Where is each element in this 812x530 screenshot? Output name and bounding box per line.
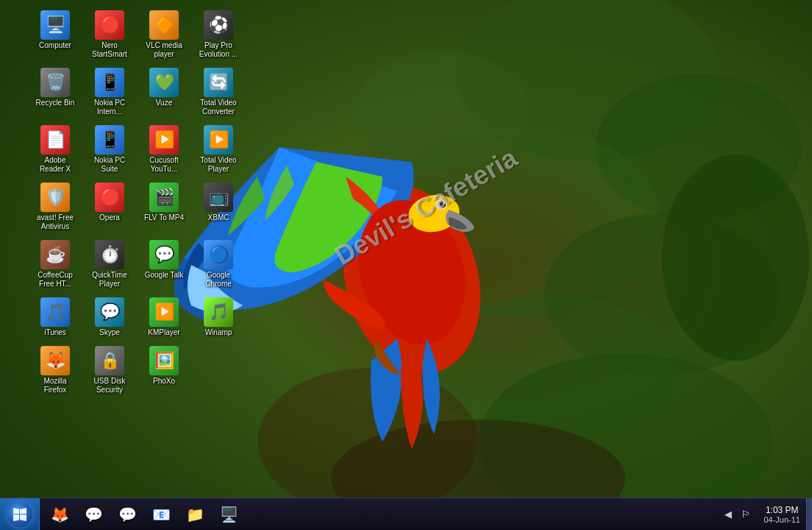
icon-avast[interactable]: 🛡️avast! Free Antivirus — [29, 180, 81, 234]
icon-label-opera: Opera — [99, 213, 120, 222]
taskbar-btn-gtalk-tb[interactable]: 💬 — [78, 501, 109, 528]
icon-xbmc[interactable]: 📺XBMC — [193, 180, 244, 234]
icon-img-cucusoft: ▶️ — [149, 125, 179, 155]
icon-usbdisk[interactable]: 🔒USB Disk Security — [84, 343, 135, 398]
taskbar-btn-display-tb[interactable]: 🖥️ — [213, 501, 244, 528]
icon-label-chrome: Google Chrome — [196, 271, 241, 289]
icon-img-flvmp4: 🎬 — [149, 183, 179, 212]
clock-date: 04-Jun-11 — [763, 515, 800, 524]
taskbar-btn-outlook-tb[interactable]: 📧 — [146, 501, 177, 528]
taskbar: 🦊💬💬📧📁🖥️ ◀ 🏳 1:03 PM 04-Jun-11 — [0, 498, 812, 530]
desktop: Devil's Cafeteria 🖥️Computer🔴Nero StartS… — [0, 0, 812, 530]
svg-point-5 — [353, 52, 530, 169]
icon-vlc[interactable]: 🔶VLC media player — [138, 7, 190, 62]
icon-label-coffeecup: CoffeeCup Free HT... — [32, 271, 78, 289]
icons-area: 🖥️Computer🔴Nero StartSmart🔶VLC media pla… — [29, 7, 250, 398]
icon-label-vuze: Vuze — [156, 99, 172, 107]
icon-img-totalvc: 🔄 — [204, 68, 233, 97]
icon-img-computer: 🖥️ — [40, 10, 70, 40]
clock-area[interactable]: 1:03 PM 04-Jun-11 — [758, 505, 806, 524]
icon-img-firefox: 🦊 — [40, 346, 70, 375]
icon-img-opera: 🔴 — [95, 183, 124, 212]
system-tray: ◀ 🏳 — [716, 498, 758, 530]
icon-img-quicktime: ⏱️ — [95, 240, 124, 269]
tray-flag[interactable]: 🏳 — [738, 507, 753, 522]
icon-img-adobe: 📄 — [40, 125, 70, 155]
icon-img-avast: 🛡️ — [40, 183, 70, 212]
icon-winamp[interactable]: 🎵Winamp — [193, 294, 244, 340]
icon-label-totalvp: Total Video Player — [196, 156, 241, 174]
icon-img-phoxo: 🖼️ — [149, 346, 179, 375]
icon-label-flvmp4: FLV To MP4 — [144, 213, 184, 222]
show-desktop-button[interactable] — [806, 498, 812, 531]
icon-label-usbdisk: USB Disk Security — [87, 377, 132, 395]
icon-adobe[interactable]: 📄Adobe Reader X — [29, 122, 81, 177]
icon-coffeecup[interactable]: ☕CoffeeCup Free HT... — [29, 237, 81, 292]
taskbar-btn-skype-tb[interactable]: 💬 — [112, 501, 143, 528]
taskbar-btn-file-tb[interactable]: 📁 — [179, 501, 210, 528]
icon-opera[interactable]: 🔴Opera — [84, 180, 135, 234]
icon-nero[interactable]: 🔴Nero StartSmart — [84, 7, 135, 62]
icon-playevo[interactable]: ⚽Play Pro Evolution ... — [193, 7, 244, 62]
icon-img-nero: 🔴 — [95, 10, 124, 40]
icon-quicktime[interactable]: ⏱️QuickTime Player — [84, 237, 135, 292]
taskbar-items: 🦊💬💬📧📁🖥️ — [40, 498, 716, 530]
icon-img-nokiapc1: 📱 — [95, 68, 124, 97]
icon-kmplayer[interactable]: ▶️KMPlayer — [138, 294, 190, 340]
icon-label-vlc: VLC media player — [141, 41, 187, 59]
icon-label-skype: Skype — [99, 328, 120, 337]
icon-img-itunes: 🎵 — [40, 297, 70, 327]
icon-cucusoft[interactable]: ▶️Cucusoft YouTu... — [138, 122, 190, 177]
icon-label-nokiapc2: Nokia PC Suite — [87, 156, 132, 174]
svg-point-6 — [662, 155, 809, 361]
icon-label-nokiapc1: Nokia PC Intern... — [87, 99, 132, 116]
start-button[interactable] — [0, 498, 40, 531]
icon-firefox[interactable]: 🦊Mozilla Firefox — [29, 343, 81, 398]
icon-img-winamp: 🎵 — [204, 297, 233, 327]
icon-totalvp[interactable]: ▶️Total Video Player — [193, 122, 244, 177]
icon-label-phoxo: PhoXo — [153, 377, 175, 386]
icon-label-quicktime: QuickTime Player — [87, 271, 132, 289]
icon-label-cucusoft: Cucusoft YouTu... — [141, 156, 187, 174]
icon-label-computer: Computer — [39, 41, 71, 50]
icon-label-totalvc: Total Video Converter — [196, 99, 241, 116]
icon-img-kmplayer: ▶️ — [149, 297, 179, 327]
icon-label-avast: avast! Free Antivirus — [32, 213, 78, 231]
icon-vuze[interactable]: 💚Vuze — [138, 65, 190, 119]
icon-label-kmplayer: KMPlayer — [148, 328, 179, 337]
icon-chrome[interactable]: 🔵Google Chrome — [193, 237, 244, 292]
icon-totalvc[interactable]: 🔄Total Video Converter — [193, 65, 244, 119]
icon-flvmp4[interactable]: 🎬FLV To MP4 — [138, 180, 190, 234]
icon-label-firefox: Mozilla Firefox — [32, 377, 78, 395]
icon-nokiapc1[interactable]: 📱Nokia PC Intern... — [84, 65, 135, 119]
icon-label-nero: Nero StartSmart — [87, 41, 132, 59]
clock-time: 1:03 PM — [766, 505, 799, 515]
svg-point-16 — [444, 202, 446, 205]
icon-img-vlc: 🔶 — [149, 10, 179, 40]
icon-phoxo[interactable]: 🖼️PhoXo — [138, 343, 190, 398]
icon-label-winamp: Winamp — [205, 328, 232, 337]
icon-img-skype: 💬 — [95, 297, 124, 327]
icon-itunes[interactable]: 🎵iTunes — [29, 294, 81, 340]
icon-img-xbmc: 📺 — [204, 183, 233, 212]
icon-img-chrome: 🔵 — [204, 240, 233, 269]
icon-label-itunes: iTunes — [44, 328, 66, 337]
icon-recycle[interactable]: 🗑️Recycle Bin — [29, 65, 81, 119]
icon-computer[interactable]: 🖥️Computer — [29, 7, 81, 62]
taskbar-btn-firefox-tb[interactable]: 🦊 — [44, 501, 75, 528]
icon-googletalk[interactable]: 💬Google Talk — [138, 237, 190, 292]
icon-label-googletalk: Google Talk — [145, 271, 184, 280]
icon-label-xbmc: XBMC — [208, 213, 229, 222]
windows-orb — [7, 502, 32, 527]
icon-label-adobe: Adobe Reader X — [32, 156, 78, 174]
icon-img-nokiapc2: 📱 — [95, 125, 124, 155]
icon-img-usbdisk: 🔒 — [95, 346, 124, 375]
icon-label-recycle: Recycle Bin — [36, 99, 75, 107]
tray-expand[interactable]: ◀ — [721, 507, 736, 522]
icon-img-coffeecup: ☕ — [40, 240, 70, 269]
icon-skype[interactable]: 💬Skype — [84, 294, 135, 340]
icon-label-playevo: Play Pro Evolution ... — [196, 41, 241, 59]
icon-img-googletalk: 💬 — [149, 240, 179, 269]
icon-nokiapc2[interactable]: 📱Nokia PC Suite — [84, 122, 135, 177]
icon-img-playevo: ⚽ — [204, 10, 233, 40]
